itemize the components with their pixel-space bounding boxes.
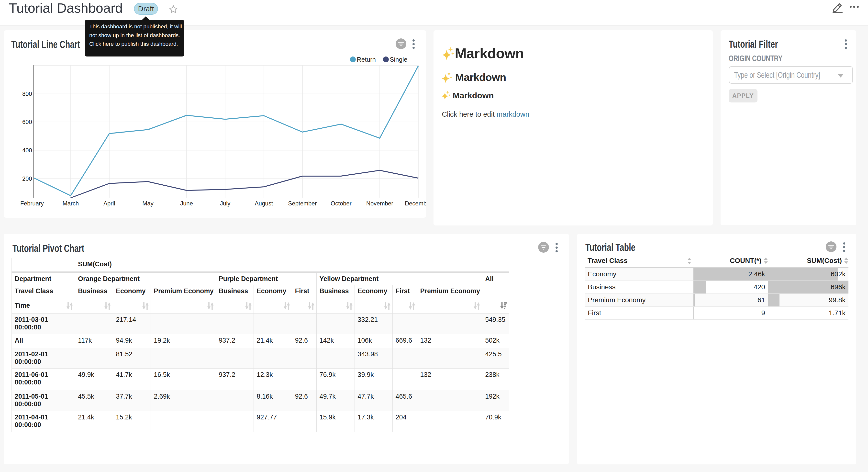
svg-text:400: 400 xyxy=(22,147,32,154)
svg-text:March: March xyxy=(63,200,79,207)
svg-text:August: August xyxy=(255,200,273,207)
svg-text:200: 200 xyxy=(22,175,32,182)
svg-text:November: November xyxy=(366,200,394,207)
svg-text:September: September xyxy=(288,200,317,207)
svg-text:Return: Return xyxy=(357,56,376,63)
svg-text:July: July xyxy=(220,200,230,207)
svg-text:600: 600 xyxy=(22,119,32,125)
svg-text:Single: Single xyxy=(390,56,407,63)
svg-text:800: 800 xyxy=(22,90,32,97)
svg-text:February: February xyxy=(20,200,44,207)
svg-text:May: May xyxy=(142,200,153,207)
svg-text:October: October xyxy=(331,200,351,207)
svg-text:June: June xyxy=(180,200,193,207)
svg-text:April: April xyxy=(103,200,115,207)
svg-text:December: December xyxy=(405,200,426,207)
